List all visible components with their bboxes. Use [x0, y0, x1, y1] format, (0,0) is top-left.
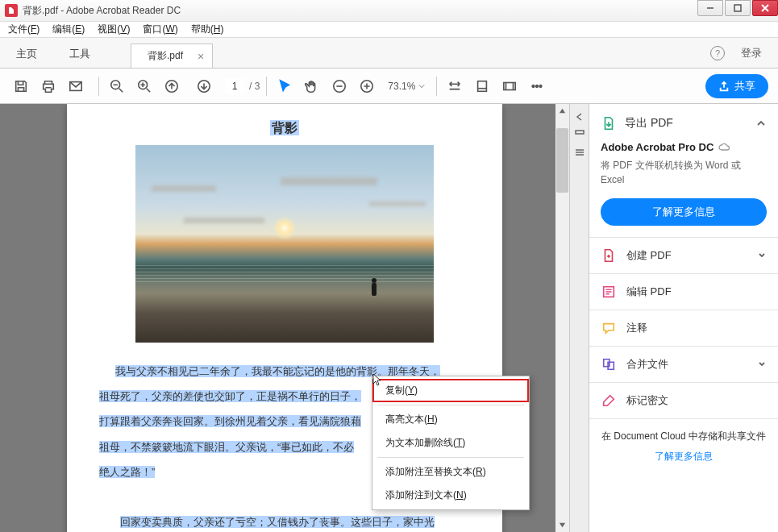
- side-panel-tag-icon[interactable]: [570, 127, 589, 143]
- panel-item-label: 标记密文: [626, 393, 767, 408]
- chevron-up-icon: [755, 118, 767, 129]
- hand-tool-icon[interactable]: [301, 75, 323, 98]
- fit-width-icon[interactable]: [443, 75, 466, 98]
- cursor-icon: [372, 373, 382, 386]
- window-titlebar: 背影.pdf - Adobe Acrobat Reader DC: [0, 0, 778, 22]
- document-image: [135, 145, 434, 343]
- share-icon: [718, 81, 730, 92]
- maximize-button[interactable]: [725, 0, 751, 16]
- login-button[interactable]: 登录: [741, 46, 762, 60]
- zoom-in-icon[interactable]: [356, 75, 378, 98]
- cloud-store-msg: 在 Document Cloud 中存储和共享文件: [599, 429, 768, 443]
- share-button[interactable]: 共享: [705, 74, 768, 98]
- menu-f[interactable]: 文件(F): [8, 23, 40, 36]
- chevron-down-icon: [757, 360, 767, 369]
- context-menu-item[interactable]: 添加附注至替换文本(R): [372, 460, 529, 484]
- export-pdf-icon: [601, 115, 617, 131]
- read-mode-icon[interactable]: [498, 75, 521, 98]
- context-menu-item[interactable]: 复制(Y): [372, 379, 529, 402]
- email-icon[interactable]: [64, 75, 87, 98]
- next-page-button[interactable]: [193, 75, 215, 98]
- side-panel-collapse-icon[interactable]: [570, 109, 589, 125]
- combine-icon: [601, 356, 617, 372]
- chevron-down-icon: [757, 251, 767, 260]
- share-label: 共享: [734, 79, 755, 94]
- menu-v[interactable]: 视图(V): [98, 23, 130, 36]
- menu-h[interactable]: 帮助(H): [191, 23, 224, 36]
- panel-item-redact[interactable]: 标记密文: [589, 383, 778, 419]
- comment-icon: [601, 320, 617, 336]
- close-button[interactable]: [752, 0, 778, 16]
- redact-icon: [601, 393, 617, 409]
- menu-w[interactable]: 窗口(W): [143, 23, 177, 36]
- scroll-down-icon[interactable]: [555, 518, 569, 532]
- tab-tools[interactable]: 工具: [53, 39, 106, 68]
- window-title: 背影.pdf - Adobe Acrobat Reader DC: [23, 4, 181, 18]
- tab-close-icon[interactable]: ×: [198, 50, 204, 63]
- context-menu-separator: [377, 405, 524, 405]
- minimize-button[interactable]: [697, 0, 723, 16]
- context-menu-item[interactable]: 添加附注到文本(N): [372, 484, 529, 507]
- side-panel-strip: [569, 104, 589, 532]
- save-icon[interactable]: [10, 75, 32, 98]
- pro-title: Adobe Acrobat Pro DC: [601, 141, 767, 153]
- panel-item-label: 合并文件: [626, 357, 747, 372]
- learn-more-button[interactable]: 了解更多信息: [601, 198, 767, 226]
- tab-row: 主页 工具 背影.pdf × ? 登录: [0, 38, 778, 69]
- learn-more-link[interactable]: 了解更多信息: [599, 450, 768, 463]
- zoom-out-icon[interactable]: [328, 75, 351, 98]
- svg-point-12: [540, 85, 543, 87]
- help-icon[interactable]: ?: [710, 46, 725, 60]
- page-view-icon[interactable]: [471, 75, 493, 98]
- page-number-input[interactable]: [225, 78, 244, 94]
- zoom-dropdown[interactable]: 73.1%: [383, 79, 430, 94]
- tab-file-active[interactable]: 背影.pdf ×: [131, 44, 213, 68]
- svg-rect-8: [478, 81, 487, 91]
- context-menu-separator: [377, 457, 524, 458]
- zoom-in-tool-icon[interactable]: [133, 75, 156, 98]
- context-menu: 复制(Y)高亮文本(H)为文本加删除线(T)添加附注至替换文本(R)添加附注到文…: [372, 376, 530, 510]
- panel-item-label: 创建 PDF: [626, 248, 747, 263]
- prev-page-button[interactable]: [160, 75, 183, 98]
- panel-item-comment[interactable]: 注释: [589, 310, 778, 347]
- svg-point-11: [536, 85, 539, 87]
- toolbar-separator: [266, 77, 267, 96]
- toolbar-separator: [98, 77, 99, 96]
- page-total-label: / 3: [249, 81, 260, 92]
- export-pdf-section[interactable]: 导出 PDF: [601, 115, 767, 131]
- app-icon: [5, 4, 18, 17]
- panel-item-label: 注释: [626, 321, 767, 335]
- cloud-icon: [718, 142, 730, 153]
- edit-icon: [601, 284, 617, 300]
- side-panel-more-icon[interactable]: [570, 144, 589, 160]
- create-icon: [601, 247, 617, 264]
- svg-point-10: [533, 85, 535, 87]
- chevron-down-icon: [418, 83, 425, 89]
- scroll-up-icon[interactable]: [555, 104, 569, 118]
- more-tools-icon[interactable]: [526, 75, 548, 98]
- zoom-out-tool-icon[interactable]: [106, 75, 128, 98]
- toolbar-separator: [436, 77, 437, 96]
- svg-rect-0: [734, 5, 741, 11]
- zoom-value: 73.1%: [388, 81, 415, 92]
- right-tools-panel: 导出 PDF Adobe Acrobat Pro DC 将 PDF 文件联机转换…: [589, 104, 778, 532]
- scrollbar-thumb[interactable]: [556, 128, 568, 193]
- export-pdf-label: 导出 PDF: [625, 116, 747, 131]
- print-icon[interactable]: [37, 75, 60, 98]
- panel-item-combine[interactable]: 合并文件: [589, 347, 778, 383]
- panel-item-edit[interactable]: 编辑 PDF: [589, 274, 778, 310]
- tab-home[interactable]: 主页: [0, 39, 53, 68]
- toolbar: / 3 73.1% 共享: [0, 69, 778, 104]
- context-menu-item[interactable]: 为文本加删除线(T): [372, 431, 529, 455]
- select-tool-icon[interactable]: [273, 75, 296, 98]
- context-menu-item[interactable]: 高亮文本(H): [372, 408, 529, 431]
- document-title: 背影: [67, 120, 502, 137]
- pro-desc: 将 PDF 文件联机转换为 Word 或 Excel: [601, 158, 767, 187]
- menu-e[interactable]: 编辑(E): [52, 23, 85, 36]
- menubar: 文件(F)编辑(E)视图(V)窗口(W)帮助(H): [0, 22, 778, 38]
- vertical-scrollbar[interactable]: [555, 104, 569, 532]
- panel-item-label: 编辑 PDF: [626, 285, 767, 299]
- window-controls: [696, 0, 778, 21]
- tab-file-label: 背影.pdf: [148, 49, 183, 63]
- panel-item-create[interactable]: 创建 PDF: [589, 238, 778, 274]
